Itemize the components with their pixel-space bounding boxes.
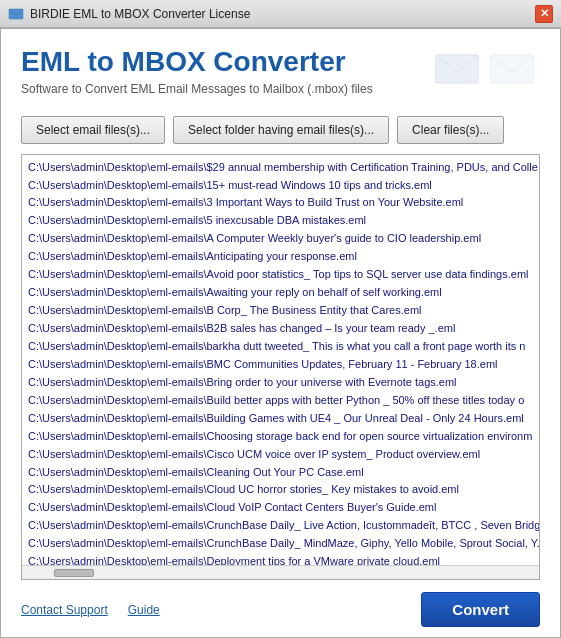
header-area: EML to MBOX Converter Software to Conver… bbox=[1, 29, 560, 106]
list-item: C:\Users\admin\Desktop\eml-emails\$29 an… bbox=[24, 159, 537, 177]
list-item: C:\Users\admin\Desktop\eml-emails\Awaiti… bbox=[24, 284, 537, 302]
list-item: C:\Users\admin\Desktop\eml-emails\Crunch… bbox=[24, 535, 537, 553]
horizontal-scrollbar[interactable] bbox=[22, 565, 539, 579]
main-window: EML to MBOX Converter Software to Conver… bbox=[0, 28, 561, 638]
list-item: C:\Users\admin\Desktop\eml-emails\Cloud … bbox=[24, 499, 537, 517]
list-item: C:\Users\admin\Desktop\eml-emails\Buildi… bbox=[24, 410, 537, 428]
list-item: C:\Users\admin\Desktop\eml-emails\Avoid … bbox=[24, 266, 537, 284]
list-item: C:\Users\admin\Desktop\eml-emails\BMC Co… bbox=[24, 356, 537, 374]
footer-links: Contact Support Guide bbox=[21, 603, 160, 617]
list-item: C:\Users\admin\Desktop\eml-emails\Cisco … bbox=[24, 446, 537, 464]
clear-files-button[interactable]: Clear files(s)... bbox=[397, 116, 504, 144]
list-item: C:\Users\admin\Desktop\eml-emails\15+ mu… bbox=[24, 177, 537, 195]
list-item: C:\Users\admin\Desktop\eml-emails\Bring … bbox=[24, 374, 537, 392]
list-item: C:\Users\admin\Desktop\eml-emails\Cloud … bbox=[24, 481, 537, 499]
list-item: C:\Users\admin\Desktop\eml-emails\3 Impo… bbox=[24, 194, 537, 212]
list-item: C:\Users\admin\Desktop\eml-emails\B2B sa… bbox=[24, 320, 537, 338]
contact-support-link[interactable]: Contact Support bbox=[21, 603, 108, 617]
list-item: C:\Users\admin\Desktop\eml-emails\Build … bbox=[24, 392, 537, 410]
list-item: C:\Users\admin\Desktop\eml-emails\5 inex… bbox=[24, 212, 537, 230]
envelope-decoration bbox=[435, 50, 540, 88]
list-item: C:\Users\admin\Desktop\eml-emails\barkha… bbox=[24, 338, 537, 356]
list-item: C:\Users\admin\Desktop\eml-emails\Cleani… bbox=[24, 464, 537, 482]
close-button[interactable]: ✕ bbox=[535, 5, 553, 23]
list-item: C:\Users\admin\Desktop\eml-emails\B Corp… bbox=[24, 302, 537, 320]
title-bar-text: BIRDIE EML to MBOX Converter License bbox=[30, 7, 250, 21]
file-list-scroll[interactable]: C:\Users\admin\Desktop\eml-emails\$29 an… bbox=[22, 155, 539, 565]
file-list-area: C:\Users\admin\Desktop\eml-emails\$29 an… bbox=[21, 154, 540, 580]
select-folder-button[interactable]: Select folder having email files(s)... bbox=[173, 116, 389, 144]
convert-button[interactable]: Convert bbox=[421, 592, 540, 627]
guide-link[interactable]: Guide bbox=[128, 603, 160, 617]
app-subtitle: Software to Convert EML Email Messages t… bbox=[21, 82, 373, 96]
app-title: EML to MBOX Converter bbox=[21, 45, 373, 79]
list-item: C:\Users\admin\Desktop\eml-emails\Deploy… bbox=[24, 553, 537, 565]
list-item: C:\Users\admin\Desktop\eml-emails\Antici… bbox=[24, 248, 537, 266]
title-bar: BIRDIE EML to MBOX Converter License ✕ bbox=[0, 0, 561, 28]
footer-area: Contact Support Guide Convert bbox=[1, 580, 560, 637]
list-item: C:\Users\admin\Desktop\eml-emails\A Comp… bbox=[24, 230, 537, 248]
list-item: C:\Users\admin\Desktop\eml-emails\Choosi… bbox=[24, 428, 537, 446]
action-buttons: Select email files(s)... Select folder h… bbox=[1, 106, 560, 154]
list-item: C:\Users\admin\Desktop\eml-emails\Crunch… bbox=[24, 517, 537, 535]
app-icon bbox=[8, 6, 24, 22]
scrollbar-thumb bbox=[54, 569, 94, 577]
select-files-button[interactable]: Select email files(s)... bbox=[21, 116, 165, 144]
